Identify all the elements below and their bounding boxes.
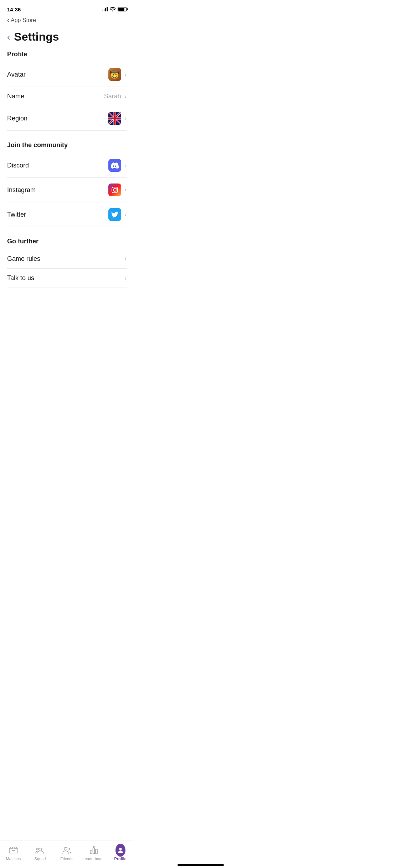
avatar-icon: 🤠 (108, 68, 121, 81)
settings-back-button[interactable]: ‹ (7, 31, 10, 43)
app-store-link[interactable]: App Store (11, 17, 36, 24)
name-right: Sarah › (104, 93, 127, 100)
discord-icon (108, 159, 121, 172)
instagram-icon (108, 184, 121, 196)
talk-to-us-chevron-icon: › (125, 275, 127, 281)
svg-point-10 (113, 188, 116, 191)
avatar-right: 🤠 › (108, 68, 127, 81)
talk-to-us-right: › (125, 275, 127, 281)
instagram-label: Instagram (7, 186, 36, 194)
twitter-icon (108, 208, 121, 221)
instagram-row[interactable]: Instagram › (7, 178, 127, 202)
region-right: › (108, 112, 127, 125)
game-rules-label: Game rules (7, 255, 40, 263)
further-section: Go further Game rules › Talk to us › (0, 238, 134, 288)
back-chevron-icon: ‹ (7, 16, 9, 24)
region-label: Region (7, 115, 27, 122)
profile-section: Profile Avatar 🤠 › Name Sarah › Region (0, 51, 134, 131)
community-list: Discord › Instagram (7, 153, 127, 227)
region-row[interactable]: Region (7, 106, 127, 131)
name-row[interactable]: Name Sarah › (7, 87, 127, 106)
svg-rect-8 (108, 118, 121, 119)
talk-to-us-label: Talk to us (7, 274, 34, 282)
status-time: 14:36 (7, 6, 21, 12)
twitter-chevron-icon: › (125, 211, 127, 218)
discord-right: › (108, 159, 127, 172)
discord-row[interactable]: Discord › (7, 153, 127, 178)
status-icons (102, 7, 127, 11)
app-store-nav[interactable]: ‹ App Store (0, 16, 134, 27)
profile-section-header: Profile (7, 51, 127, 58)
page-title: Settings (14, 30, 59, 43)
instagram-chevron-icon: › (125, 187, 127, 193)
battery-icon (118, 7, 127, 11)
twitter-label: Twitter (7, 211, 26, 218)
avatar-label: Avatar (7, 71, 26, 78)
name-value: Sarah (104, 93, 121, 100)
game-rules-right: › (125, 256, 127, 262)
instagram-right: › (108, 184, 127, 196)
avatar-emoji: 🤠 (108, 68, 121, 81)
game-rules-chevron-icon: › (125, 256, 127, 262)
status-bar: 14:36 (0, 0, 134, 16)
signal-icon (102, 7, 108, 11)
twitter-row[interactable]: Twitter › (7, 202, 127, 227)
name-label: Name (7, 93, 24, 100)
discord-chevron-icon: › (125, 162, 127, 169)
game-rules-row[interactable]: Game rules › (7, 249, 127, 269)
community-section: Join the community Discord › Instagram (0, 141, 134, 227)
wifi-icon (110, 7, 115, 11)
twitter-right: › (108, 208, 127, 221)
avatar-row[interactable]: Avatar 🤠 › (7, 62, 127, 87)
page-header: ‹ Settings (0, 27, 134, 51)
svg-point-11 (116, 188, 117, 188)
talk-to-us-row[interactable]: Talk to us › (7, 269, 127, 288)
further-section-header: Go further (7, 238, 127, 245)
region-chevron-icon: › (125, 115, 127, 122)
discord-label: Discord (7, 162, 29, 169)
community-section-header: Join the community (7, 141, 127, 149)
profile-list: Avatar 🤠 › Name Sarah › Region (7, 62, 127, 131)
avatar-chevron-icon: › (125, 71, 127, 78)
further-list: Game rules › Talk to us › (7, 249, 127, 288)
uk-flag-icon (108, 112, 121, 125)
name-chevron-icon: › (125, 93, 127, 100)
